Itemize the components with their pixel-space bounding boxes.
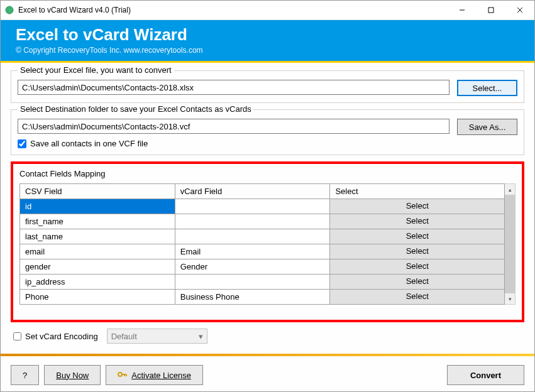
select-field-button[interactable]: Select xyxy=(330,214,505,229)
csv-field-cell[interactable]: last_name xyxy=(20,229,175,244)
svg-point-0 xyxy=(6,6,13,14)
single-vcf-checkbox[interactable] xyxy=(18,139,26,148)
mapping-scrollbar[interactable]: ▴ ▾ xyxy=(505,183,516,305)
select-field-button[interactable]: Select xyxy=(330,229,505,244)
header-banner: Excel to vCard Wizard © Copyright Recove… xyxy=(1,20,534,61)
single-vcf-checkbox-row[interactable]: Save all contacts in one VCF file xyxy=(18,139,517,148)
table-row[interactable]: emailEmailSelect xyxy=(20,244,505,259)
svg-rect-2 xyxy=(488,8,494,13)
close-button[interactable] xyxy=(505,1,534,19)
vcard-field-cell[interactable]: Business Phone xyxy=(175,290,330,305)
table-row[interactable]: genderGenderSelect xyxy=(20,259,505,275)
table-row[interactable]: PhoneBusiness PhoneSelect xyxy=(20,290,505,305)
select-field-button[interactable]: Select xyxy=(330,275,505,290)
svg-point-5 xyxy=(118,373,122,376)
mapping-table: CSV Field vCard Field Select idSelectfir… xyxy=(19,183,505,305)
app-icon xyxy=(4,5,14,15)
encoding-checkbox-row[interactable]: Set vCard Encoding xyxy=(13,332,98,341)
mapping-header-row: CSV Field vCard Field Select xyxy=(20,184,505,199)
encoding-combo[interactable]: Default ▾ xyxy=(107,329,207,344)
buy-now-button[interactable]: Buy Now xyxy=(44,365,101,385)
select-field-button[interactable]: Select xyxy=(330,290,505,305)
col-select[interactable]: Select xyxy=(330,184,505,199)
save-as-button[interactable]: Save As... xyxy=(457,119,517,135)
footer: ? Buy Now Activate License Convert xyxy=(1,356,534,392)
select-file-button[interactable]: Select... xyxy=(457,80,517,96)
window-controls xyxy=(448,1,534,19)
col-vcard[interactable]: vCard Field xyxy=(175,184,330,199)
key-icon xyxy=(118,370,128,381)
scroll-thumb[interactable] xyxy=(505,195,515,293)
maximize-button[interactable] xyxy=(477,1,505,19)
source-file-group: Select your Excel file, you want to conv… xyxy=(11,70,524,103)
csv-field-cell[interactable]: email xyxy=(20,244,175,259)
window-titlebar: Excel to vCard Wizard v4.0 (Trial) xyxy=(1,1,534,20)
vcard-field-cell[interactable] xyxy=(175,275,330,290)
encoding-label: Set vCard Encoding xyxy=(25,332,98,341)
activate-license-button[interactable]: Activate License xyxy=(106,365,203,385)
vcard-field-cell[interactable]: Email xyxy=(175,244,330,259)
select-field-button[interactable]: Select xyxy=(330,244,505,259)
csv-field-cell[interactable]: Phone xyxy=(20,290,175,305)
copyright-text: © Copyright RecoveryTools Inc. www.recov… xyxy=(16,46,524,55)
destination-group: Select Destination folder to save your E… xyxy=(11,109,524,155)
csv-field-cell[interactable]: gender xyxy=(20,259,175,275)
csv-field-cell[interactable]: id xyxy=(20,199,175,214)
mapping-legend: Contact Fields Mapping xyxy=(19,169,516,178)
window-title: Excel to vCard Wizard v4.0 (Trial) xyxy=(18,6,448,14)
vcard-field-cell[interactable] xyxy=(175,214,330,229)
destination-legend: Select Destination folder to save your E… xyxy=(18,104,254,114)
table-row[interactable]: first_nameSelect xyxy=(20,214,505,229)
scroll-up-icon[interactable]: ▴ xyxy=(505,184,515,195)
encoding-checkbox[interactable] xyxy=(13,332,21,340)
encoding-value: Default xyxy=(111,332,137,341)
csv-field-cell[interactable]: first_name xyxy=(20,214,175,229)
csv-field-cell[interactable]: ip_address xyxy=(20,275,175,290)
table-row[interactable]: last_nameSelect xyxy=(20,229,505,244)
destination-path-input[interactable] xyxy=(18,119,450,134)
app-title: Excel to vCard Wizard xyxy=(16,25,524,45)
col-csv[interactable]: CSV Field xyxy=(20,184,175,199)
table-row[interactable]: idSelect xyxy=(20,199,505,214)
mapping-highlight-frame: Contact Fields Mapping CSV Field vCard F… xyxy=(11,161,524,322)
scroll-down-icon[interactable]: ▾ xyxy=(505,293,515,304)
single-vcf-label: Save all contacts in one VCF file xyxy=(30,139,148,148)
encoding-row: Set vCard Encoding Default ▾ xyxy=(13,329,524,344)
vcard-field-cell[interactable] xyxy=(175,199,330,214)
table-row[interactable]: ip_addressSelect xyxy=(20,275,505,290)
select-field-button[interactable]: Select xyxy=(330,259,505,275)
help-button[interactable]: ? xyxy=(11,365,39,385)
minimize-button[interactable] xyxy=(448,1,477,19)
chevron-down-icon: ▾ xyxy=(199,332,203,341)
vcard-field-cell[interactable]: Gender xyxy=(175,259,330,275)
select-field-button[interactable]: Select xyxy=(330,199,505,214)
vcard-field-cell[interactable] xyxy=(175,229,330,244)
source-legend: Select your Excel file, you want to conv… xyxy=(18,65,174,75)
source-path-input[interactable] xyxy=(18,80,450,95)
convert-button[interactable]: Convert xyxy=(447,365,524,385)
